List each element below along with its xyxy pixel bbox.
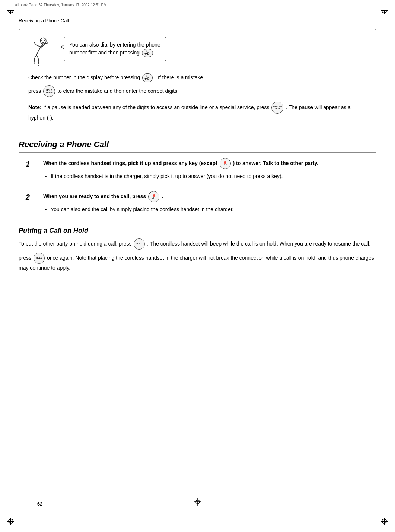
steps-table: 1 When the cordless handset rings, pick … [19, 152, 376, 219]
talk-button-icon: 📞 TALK [142, 49, 153, 57]
info-body-p2: press HOLD ERASE to clear the mistake an… [28, 85, 367, 97]
page-content: Receiving a Phone Call [19, 10, 376, 513]
info-box: You can also dial by entering the phone … [19, 29, 376, 130]
table-row: 1 When the cordless handset rings, pick … [19, 153, 376, 186]
hold-body-text: To put the other party on hold during a … [19, 238, 376, 250]
corner-circle-bl [8, 519, 13, 524]
step-content-2: When you are ready to end the call, pres… [36, 186, 376, 219]
subsection-title: Putting a Call on Hold [19, 227, 376, 235]
page-section-title: Receiving a Phone Call [19, 18, 69, 23]
step-number-1: 1 [19, 153, 37, 186]
main-section-title: Receiving a Phone Call [19, 140, 376, 149]
page-section-header: Receiving a Phone Call [19, 10, 376, 29]
svg-point-2 [44, 40, 45, 41]
bottom-center-mark [194, 498, 201, 507]
corner-circle-br [382, 519, 387, 524]
svg-point-1 [41, 40, 42, 41]
info-box-inner: You can also dial by entering the phone … [28, 37, 367, 67]
step-bullet-2: You can also end the call by simply plac… [43, 205, 369, 213]
step-content-1: When the cordless handset rings, pick it… [36, 153, 376, 186]
info-body-note: Note: If a pause is needed between any o… [28, 102, 367, 123]
step-number-2: 2 [19, 186, 37, 219]
talk-button-icon-2: 📞 TALK [142, 73, 153, 82]
step-bullet-1: If the cordless handset is in the charge… [43, 172, 369, 180]
table-row: 2 When you are ready to end the call, pr… [19, 186, 376, 219]
callout-line3: . [155, 50, 157, 56]
file-info: all.book Page 62 Thursday, January 17, 2… [15, 3, 106, 7]
info-box-body: Check the number in the display before p… [28, 73, 367, 123]
header-bar: all.book Page 62 Thursday, January 17, 2… [0, 0, 395, 10]
function-pause-button-icon: FUNCTION PAUSE [271, 102, 283, 114]
hold-erase-button-icon: HOLD ERASE [43, 85, 55, 97]
hold-body-text-2: press HOLD once again. Note that placing… [19, 253, 376, 273]
info-body-p1: Check the number in the display before p… [28, 73, 367, 82]
hold-button-icon-1: HOLD [134, 238, 145, 250]
character-illustration [28, 37, 58, 67]
off-button-icon-1: 🔴 OFF [220, 158, 231, 169]
callout-bubble: You can also dial by entering the phone … [64, 37, 166, 61]
page-number: 62 [37, 501, 42, 507]
callout-line1: You can also dial by entering the phone [69, 42, 160, 48]
list-item: You can also end the call by simply plac… [51, 205, 369, 213]
hold-button-icon-2: HOLD [34, 253, 45, 264]
list-item: If the cordless handset is in the charge… [51, 172, 369, 180]
callout-line2: number first and then pressing [69, 50, 140, 56]
off-button-icon-2: 🔴 OFF [148, 191, 159, 202]
svg-point-0 [40, 38, 46, 44]
